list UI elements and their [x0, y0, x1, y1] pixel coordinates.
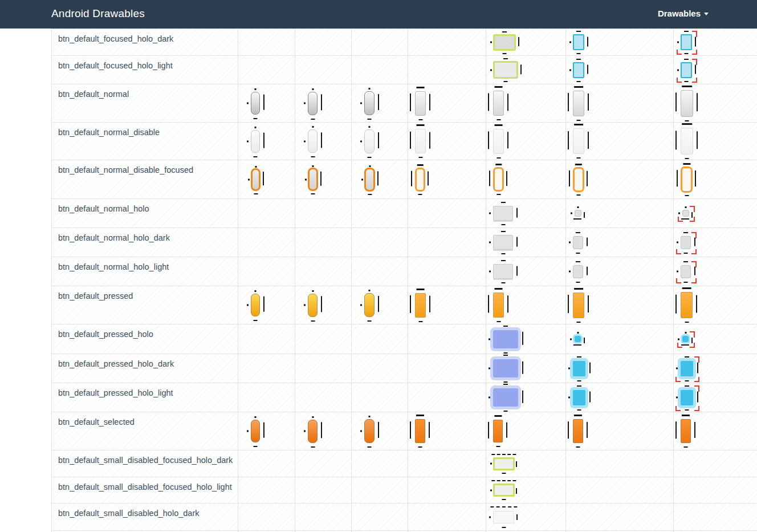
ninepatch-mark [575, 164, 582, 165]
drawable-image-cy6 [573, 361, 585, 376]
drawable-cell [674, 228, 757, 257]
ninepatch-mark [522, 332, 523, 344]
ninepatch-mark [247, 140, 249, 142]
drawable-cell [674, 286, 757, 324]
ninepatch-mark [685, 81, 689, 82]
ninepatch-mark [589, 391, 591, 402]
ninepatch-mark [501, 224, 505, 225]
drawable-cell [352, 412, 408, 450]
ninepatch-mark [678, 213, 680, 214]
drawable-cell [486, 199, 566, 228]
drawable-cell [295, 324, 352, 354]
ninepatch-mark [682, 86, 692, 87]
ninepatch-mark [247, 431, 249, 432]
table-row: btn_default_small_disabled_focused_holo_… [52, 450, 757, 477]
optical-bounds-mark [691, 278, 697, 283]
ninepatch-mark [577, 53, 581, 54]
drawable-image-rg4 [415, 91, 426, 116]
drawable-cell [566, 84, 674, 123]
ninepatch-mark [255, 166, 257, 168]
ninepatch-mark [417, 164, 424, 166]
drawable-cell [674, 354, 757, 383]
ninepatch-mark [410, 295, 411, 312]
ninepatch-mark [685, 195, 689, 196]
drawable-image-ry5 [493, 293, 504, 318]
ninepatch-mark [577, 194, 581, 196]
ninepatch-mark [685, 409, 689, 411]
drawable-image-pc6t [575, 336, 581, 342]
drawable-cell [486, 450, 566, 477]
drawable-cell [295, 257, 352, 286]
ninepatch-mark [506, 171, 507, 186]
drawable-cell [486, 286, 566, 324]
drawable-image-pl3 [364, 129, 375, 153]
table-row: btn_default_normal_holo_dark [52, 228, 757, 257]
drawables-menu[interactable]: Drawables [658, 9, 709, 18]
drawable-cell [566, 257, 674, 286]
optical-bounds-mark [692, 50, 697, 55]
ninepatch-mark [369, 126, 371, 128]
drawable-cell [352, 450, 408, 477]
drawable-cell [486, 56, 566, 84]
ninepatch-mark [428, 171, 429, 185]
drawable-image-sg5 [493, 457, 515, 470]
table-row: btn_default_normal_disable_focused [52, 160, 757, 199]
ninepatch-mark [587, 64, 588, 74]
ninepatch-mark [369, 416, 371, 417]
drawable-image-gh5 [493, 206, 513, 221]
ninepatch-mark [587, 37, 588, 47]
ninepatch-mark [675, 295, 677, 314]
drawable-cell [352, 503, 408, 531]
drawable-cell [566, 199, 674, 228]
drawable-image-ro4 [415, 168, 425, 192]
drawable-cell [238, 354, 295, 383]
drawable-cell [238, 56, 295, 84]
ninepatch-mark [682, 123, 692, 125]
ninepatch-mark [588, 94, 589, 111]
ninepatch-mark [685, 385, 689, 387]
optical-bounds-mark [694, 377, 699, 382]
ninepatch-mark [503, 384, 508, 385]
ninepatch-mark [570, 338, 572, 340]
drawable-image-sg5 [493, 484, 515, 497]
drawable-name-label: btn_default_pressed_holo_dark [52, 354, 238, 383]
ninepatch-mark [569, 271, 571, 273]
ninepatch-mark [684, 253, 688, 254]
ninepatch-mark [494, 86, 503, 88]
ninepatch-mark [495, 164, 502, 165]
drawable-image-b7 [681, 34, 692, 50]
ninepatch-mark [677, 242, 678, 243]
ninepatch-mark [569, 170, 570, 186]
drawable-image-ry6 [573, 293, 584, 318]
ninepatch-mark [489, 271, 491, 273]
ninepatch-mark [576, 446, 580, 448]
drawable-name-label: btn_default_normal_holo [52, 199, 238, 228]
drawable-cell [295, 477, 352, 503]
ninepatch-mark [320, 172, 321, 186]
ninepatch-mark [304, 140, 306, 142]
ninepatch-mark [504, 381, 508, 383]
ninepatch-mark [683, 261, 688, 262]
ninepatch-mark [304, 304, 306, 306]
drawable-image-pso2 [308, 420, 318, 443]
drawable-image-gs6 [573, 236, 583, 249]
ninepatch-mark [411, 171, 412, 186]
ninepatch-mark [684, 31, 689, 32]
ninepatch-mark [489, 213, 491, 214]
drawable-cell [238, 286, 295, 324]
optical-bounds-mark [690, 206, 695, 212]
ninepatch-mark [577, 206, 579, 208]
ninepatch-mark [488, 94, 489, 111]
drawable-cell [566, 29, 674, 56]
ninepatch-mark [697, 362, 698, 373]
drawable-image-po2 [308, 168, 318, 191]
drawable-image-ro5 [493, 167, 504, 192]
ninepatch-mark [248, 178, 250, 180]
ninepatch-mark [429, 422, 430, 438]
drawable-image-cy7 [681, 361, 693, 376]
ninepatch-mark [506, 423, 507, 438]
ninepatch-mark [502, 31, 507, 33]
drawable-cell [238, 503, 295, 531]
ninepatch-mark [574, 86, 583, 88]
ninepatch-mark [360, 103, 362, 104]
